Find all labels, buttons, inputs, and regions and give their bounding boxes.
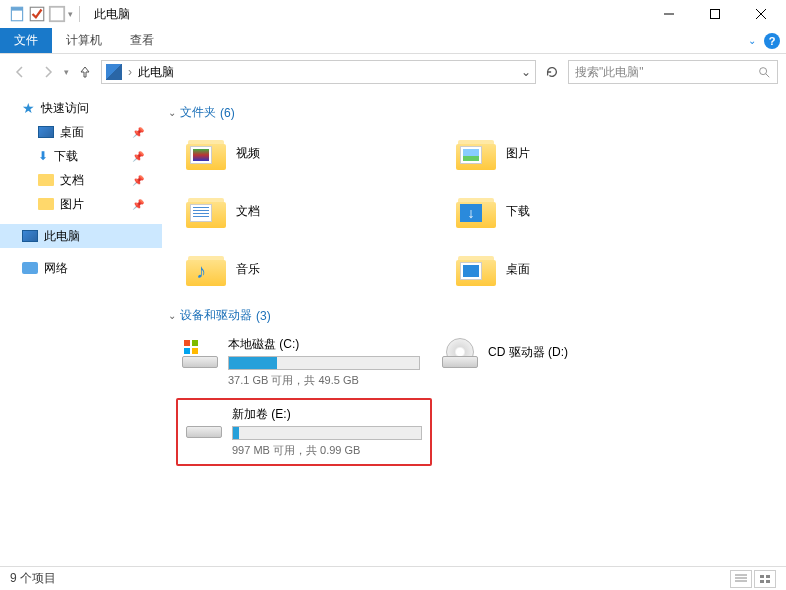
thispc-icon: [22, 230, 38, 242]
pictures-folder-icon: [456, 136, 496, 170]
section-label: 设备和驱动器: [180, 307, 252, 324]
sidebar: ★ 快速访问 桌面 📌 ⬇ 下载 📌 文档 📌 图片 📌 此电脑: [0, 90, 162, 566]
nav-recent-dropdown[interactable]: ▾: [64, 67, 69, 77]
title-bar: ▾ 此电脑: [0, 0, 786, 28]
drive-c[interactable]: 本地磁盘 (C:) 37.1 GB 可用，共 49.5 GB: [176, 332, 426, 392]
sidebar-documents[interactable]: 文档 📌: [0, 168, 162, 192]
sidebar-pictures[interactable]: 图片 📌: [0, 192, 162, 216]
videos-folder-icon: [186, 136, 226, 170]
ribbon: 文件 计算机 查看 ⌄ ?: [0, 28, 786, 54]
qat-properties-icon[interactable]: [8, 5, 26, 23]
folder-desktop[interactable]: 桌面: [456, 245, 716, 293]
sidebar-downloads[interactable]: ⬇ 下载 📌: [0, 144, 162, 168]
drive-e-icon: [186, 408, 222, 438]
nav-bar: ▾ › 此电脑 ⌄ 搜索"此电脑": [0, 54, 786, 90]
qat-dropdown-icon[interactable]: [48, 5, 66, 23]
breadcrumb-location[interactable]: 此电脑: [138, 64, 174, 81]
address-bar[interactable]: › 此电脑 ⌄: [101, 60, 536, 84]
network-icon: [22, 262, 38, 274]
desktop-icon: [38, 126, 54, 138]
svg-rect-13: [760, 575, 764, 578]
search-box[interactable]: 搜索"此电脑": [568, 60, 778, 84]
qat-checkbox-icon[interactable]: [28, 5, 46, 23]
ribbon-tab-view[interactable]: 查看: [116, 28, 168, 53]
folder-documents[interactable]: 文档: [186, 187, 446, 235]
folder-label: 视频: [236, 145, 260, 162]
section-header-drives[interactable]: ⌄ 设备和驱动器 (3): [168, 307, 780, 324]
cd-drive-icon: [442, 338, 478, 368]
thispc-icon: [106, 64, 122, 80]
folder-label: 图片: [506, 145, 530, 162]
address-dropdown-icon[interactable]: ⌄: [521, 65, 531, 79]
folder-pictures[interactable]: 图片: [456, 129, 716, 177]
svg-rect-3: [50, 7, 64, 21]
search-icon: [757, 65, 771, 79]
breadcrumb-sep-icon[interactable]: ›: [128, 65, 132, 79]
section-count: (3): [256, 309, 271, 323]
folder-music[interactable]: 音乐: [186, 245, 446, 293]
view-large-button[interactable]: [754, 570, 776, 588]
nav-back-button[interactable]: [8, 60, 32, 84]
folder-icon: [38, 198, 54, 210]
folder-label: 文档: [236, 203, 260, 220]
ribbon-tab-computer[interactable]: 计算机: [52, 28, 116, 53]
sidebar-quick-access[interactable]: ★ 快速访问: [0, 96, 162, 120]
drive-usage-bar: [228, 356, 420, 370]
download-icon: ⬇: [38, 149, 48, 163]
svg-rect-14: [766, 575, 770, 578]
status-bar: 9 个项目: [0, 566, 786, 590]
section-label: 文件夹: [180, 104, 216, 121]
nav-forward-button[interactable]: [36, 60, 60, 84]
folder-icon: [38, 174, 54, 186]
svg-rect-15: [760, 580, 764, 583]
sidebar-network[interactable]: 网络: [0, 256, 162, 280]
sidebar-label: 文档: [60, 172, 84, 189]
svg-line-9: [766, 74, 770, 78]
sidebar-label: 快速访问: [41, 100, 89, 117]
ribbon-expand-icon[interactable]: ⌄: [748, 35, 756, 46]
svg-rect-5: [711, 10, 720, 19]
sidebar-label: 桌面: [60, 124, 84, 141]
folder-downloads[interactable]: 下载: [456, 187, 716, 235]
ribbon-tab-file[interactable]: 文件: [0, 28, 52, 53]
content-area: ⌄ 文件夹 (6) 视频 图片 文档 下载 音乐: [162, 90, 786, 566]
drive-e[interactable]: 新加卷 (E:) 997 MB 可用，共 0.99 GB: [176, 398, 432, 466]
help-icon[interactable]: ?: [764, 33, 780, 49]
sidebar-thispc[interactable]: 此电脑: [0, 224, 162, 248]
sidebar-label: 网络: [44, 260, 68, 277]
documents-folder-icon: [186, 194, 226, 228]
pin-icon: 📌: [132, 199, 144, 210]
sidebar-desktop[interactable]: 桌面 📌: [0, 120, 162, 144]
drive-c-icon: [182, 338, 218, 368]
folder-label: 音乐: [236, 261, 260, 278]
folder-videos[interactable]: 视频: [186, 129, 446, 177]
status-item-count: 9 个项目: [10, 570, 56, 587]
drive-name: CD 驱动器 (D:): [488, 344, 680, 361]
nav-up-button[interactable]: [73, 60, 97, 84]
folder-label: 下载: [506, 203, 530, 220]
drive-name: 本地磁盘 (C:): [228, 336, 420, 353]
pin-icon: 📌: [132, 175, 144, 186]
drive-usage-bar: [232, 426, 422, 440]
section-header-folders[interactable]: ⌄ 文件夹 (6): [168, 104, 780, 121]
folder-label: 桌面: [506, 261, 530, 278]
search-placeholder: 搜索"此电脑": [575, 64, 644, 81]
maximize-button[interactable]: [692, 0, 738, 28]
chevron-down-icon: ⌄: [168, 107, 176, 118]
sidebar-label: 此电脑: [44, 228, 80, 245]
pin-icon: 📌: [132, 127, 144, 138]
section-count: (6): [220, 106, 235, 120]
desktop-folder-icon: [456, 252, 496, 286]
sidebar-label: 图片: [60, 196, 84, 213]
minimize-button[interactable]: [646, 0, 692, 28]
drive-status: 37.1 GB 可用，共 49.5 GB: [228, 373, 420, 388]
drive-name: 新加卷 (E:): [232, 406, 422, 423]
view-details-button[interactable]: [730, 570, 752, 588]
svg-rect-1: [11, 7, 22, 10]
close-button[interactable]: [738, 0, 784, 28]
pin-icon: 📌: [132, 151, 144, 162]
chevron-down-icon: ⌄: [168, 310, 176, 321]
window-title: 此电脑: [94, 6, 130, 23]
drive-d[interactable]: CD 驱动器 (D:): [436, 332, 686, 392]
refresh-button[interactable]: [540, 60, 564, 84]
